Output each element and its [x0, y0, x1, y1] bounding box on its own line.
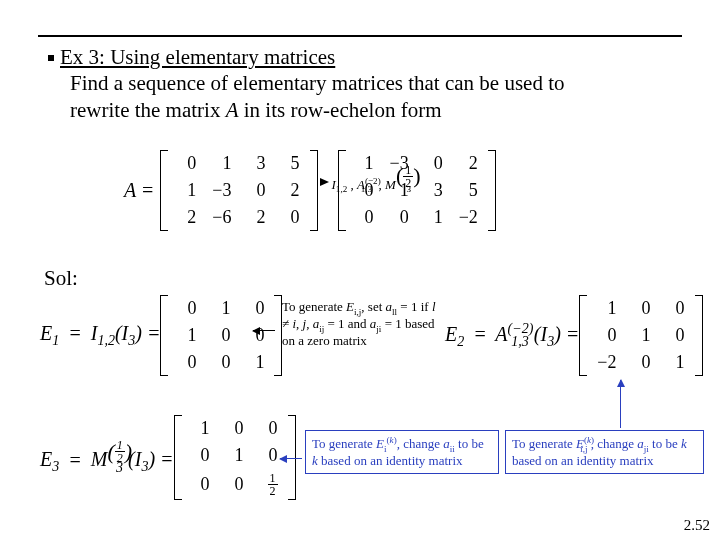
- E2-lhs: E2 = A(−2)1,3 (I3) =: [445, 321, 579, 350]
- heading-line2b: rewrite the matrix A in its row-echelon …: [48, 97, 678, 123]
- sol-label: Sol:: [44, 266, 78, 291]
- E2-matrix: 100010−201: [579, 295, 702, 376]
- top-rule: [38, 35, 682, 37]
- matrix-A-equation: A = 01351−3022−620 I1,2 , A(−2)1,3 , M(1…: [124, 150, 496, 231]
- A-label: A =: [124, 179, 154, 202]
- E2-equation: E2 = A(−2)1,3 (I3) = 100010−201: [445, 295, 703, 376]
- E3-lhs: E3 = M(12)3 (I3) =: [40, 439, 174, 475]
- E1-lhs: E1 = I1,2(I3) =: [40, 322, 160, 349]
- bullet-icon: [48, 55, 54, 61]
- heading-line2a: Find a sequence of elementary matrices t…: [48, 70, 678, 96]
- note-Eik: To generate Ei(k), change aii to be k ba…: [305, 430, 499, 474]
- heading-title: Ex 3: Using elementary matrices: [60, 45, 335, 69]
- E1-equation: E1 = I1,2(I3) = 010100001: [40, 295, 282, 376]
- E1-matrix: 010100001: [160, 295, 282, 376]
- slide-number: 2.52: [684, 517, 710, 534]
- note-Eij: To generate Ei,j, set all = 1 if l ≠ i, …: [276, 296, 443, 353]
- note3-arrow-icon: [620, 380, 621, 428]
- heading-block: Ex 3: Using elementary matrices Find a s…: [48, 44, 678, 123]
- note1-arrow-icon: [253, 330, 275, 331]
- note-Eijk: To generate E(k)i,j , change aji to be k…: [505, 430, 704, 474]
- matrix-A: 01351−3022−620: [160, 150, 317, 231]
- E3-matrix: 100 010 0012: [174, 415, 296, 500]
- E3-equation: E3 = M(12)3 (I3) = 100 010 0012: [40, 415, 296, 500]
- note2-arrow-icon: [280, 458, 302, 459]
